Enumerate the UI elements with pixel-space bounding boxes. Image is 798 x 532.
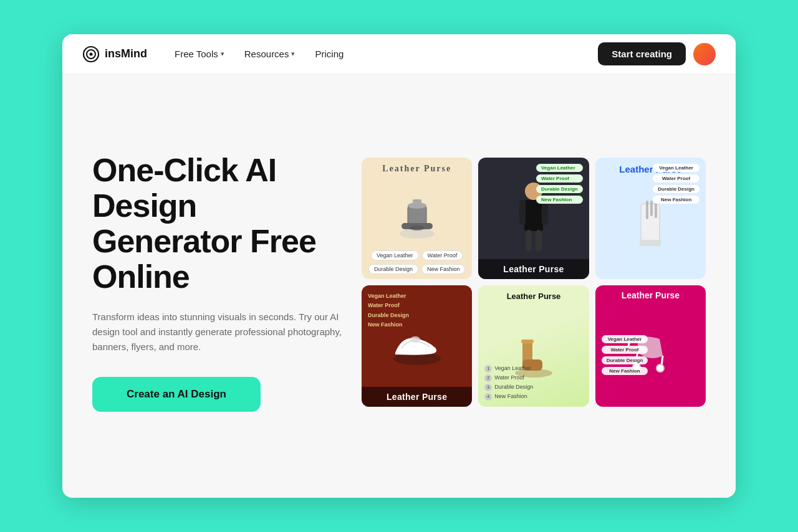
gallery-card-3: Leather Purse Vegan Leather Water Proof …: [595, 158, 706, 279]
svg-rect-10: [524, 200, 543, 231]
nav-links: Free Tools ▾ Resources ▾ Pricing: [167, 44, 578, 64]
card4-features: Vegan Leather Water Proof Durable Design…: [368, 292, 409, 330]
svg-rect-7: [413, 199, 421, 207]
hero-section: One-Click AI Design Generator Free Onlin…: [92, 153, 342, 412]
svg-rect-25: [521, 340, 534, 343]
card1-tags-2: Durable Design New Fashion: [362, 264, 472, 279]
card3-features: Vegan Leather Water Proof Durable Design…: [653, 164, 699, 204]
chevron-down-icon: ▾: [221, 50, 224, 58]
gallery-card-5: Leather Purse 1Vegan Leather 2Water Proo…: [478, 285, 589, 407]
card6-features: Vegan Leather Water Proof Durable Design…: [602, 335, 648, 375]
card5-title-top: Leather Purse: [484, 292, 582, 301]
card1-title-top: Leather Purse: [362, 164, 472, 174]
card2-features: Vegan Leather Water Proof Durable Design…: [536, 164, 583, 204]
product-gallery: Leather Purse Vegan Leather Water Proof: [362, 158, 706, 407]
card6-title-top: Leather Purse: [595, 290, 706, 300]
svg-point-21: [410, 336, 420, 343]
logo[interactable]: insMind: [82, 45, 147, 63]
nav-free-tools[interactable]: Free Tools ▾: [167, 44, 232, 64]
gallery-card-4: Vegan Leather Water Proof Durable Design…: [362, 285, 472, 407]
card2-title: Leather Purse: [478, 259, 589, 279]
svg-point-2: [90, 52, 93, 55]
navbar: insMind Free Tools ▾ Resources ▾ Pricing…: [62, 34, 736, 74]
sneakers-icon: [389, 325, 445, 368]
nav-resources-label: Resources: [244, 49, 289, 59]
card1-tags: Vegan Leather Water Proof: [362, 250, 472, 260]
svg-point-8: [410, 226, 425, 230]
nav-free-tools-label: Free Tools: [175, 49, 218, 59]
gallery-card-6: Leather Purse Vegan Leather Water Proof: [595, 285, 706, 407]
knife-block-icon: [628, 197, 672, 254]
browser-frame: insMind Free Tools ▾ Resources ▾ Pricing…: [62, 34, 736, 498]
main-content: One-Click AI Design Generator Free Onlin…: [62, 74, 736, 498]
create-ai-design-button[interactable]: Create an AI Design: [92, 377, 261, 412]
nav-pricing-label: Pricing: [315, 49, 344, 59]
hero-subtitle: Transform ideas into stunning visuals in…: [92, 310, 342, 354]
gallery-card-2: Vegan Leather Water Proof Durable Design…: [478, 158, 589, 279]
gallery-card-1: Leather Purse Vegan Leather Water Proof: [362, 158, 472, 279]
card5-list: 1Vegan Leather 2Water Proof 3Durable Des…: [484, 365, 533, 401]
hero-title: One-Click AI Design Generator Free Onlin…: [92, 153, 342, 295]
chevron-down-icon: ▾: [291, 50, 295, 58]
svg-rect-13: [526, 230, 532, 252]
svg-rect-11: [519, 200, 526, 225]
svg-rect-16: [646, 201, 648, 219]
nav-pricing[interactable]: Pricing: [307, 44, 351, 64]
nav-resources[interactable]: Resources ▾: [237, 44, 303, 64]
svg-point-29: [656, 364, 664, 372]
nav-right: Start creating: [598, 42, 716, 65]
start-creating-button[interactable]: Start creating: [598, 42, 686, 65]
svg-rect-19: [640, 240, 661, 246]
mixer-icon: [389, 193, 445, 243]
card4-title: Leather Purse: [362, 387, 472, 407]
logo-text: insMind: [105, 47, 147, 60]
svg-rect-14: [536, 230, 542, 252]
avatar: [693, 43, 716, 65]
logo-icon: [82, 45, 100, 63]
